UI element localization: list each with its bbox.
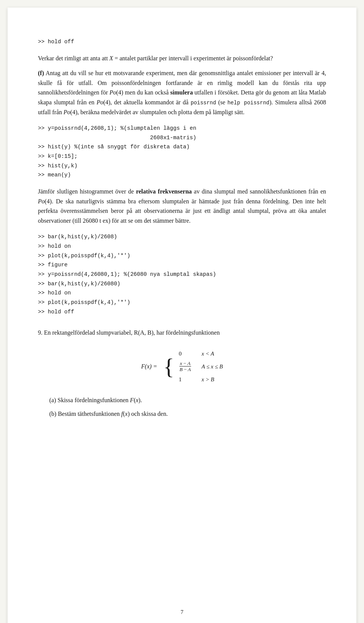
cb2-line-4: >> k=[0:15]; [38,152,326,161]
case-value-2: x − A B − A [179,360,194,373]
f-label: (f) [38,70,44,76]
code-block-2: >> y=poissrnd(4,2608,1); %(slumptalen lä… [38,124,326,180]
sub-item-b: (b) Bestäm täthetsfunktionen f(x) och sk… [49,409,326,419]
cb3-line-6: >> bar(k,hist(y,k)/26080) [38,279,326,289]
paragraph-2: Jämför slutligen histogrammet över de re… [38,187,326,225]
f-text: Antag att du vill se hur ett motsvarande… [38,70,326,115]
fraction-numerator: x − A [179,360,191,367]
cb3-line-7: >> hold on [38,288,326,298]
code-block-3: >> bar(k,hist(y,k)/2608) >> hold on >> p… [38,232,326,316]
section-9-text: 9. En rektangelfördelad slumpvariabel, R… [38,329,220,336]
para2-text: Jämför slutligen histogrammet över de re… [38,188,326,224]
cb2-line-3: >> hist(y) %(inte så snyggt för diskreta… [38,142,326,152]
cb2-line-6: >> mean(y) [38,170,326,180]
brace-symbol: { [163,355,174,378]
para1-text: Verkar det rimligt att anta att X = anta… [38,55,273,61]
paragraph-f: (f) Antag att du vill se hur ett motsvar… [38,68,326,117]
cases-table: 0 x < A x − A B − A A ≤ x ≤ B 1 [179,349,223,384]
case-value-1: 0 [179,349,194,358]
cb3-line-9: >> hold off [38,307,326,317]
sub-a-text: (a) Skissa fördelningsfunktionen F(x). [49,397,142,403]
case-condition-2: A ≤ x ≤ B [201,362,223,371]
cb2-line-2: 2608x1-matris) [38,133,326,143]
formula-label: F(x) = [141,362,157,371]
cb3-line-8: >> plot(k,poisspdf(k,4),'*') [38,298,326,307]
page: >> hold off Verkar det rimligt att anta … [8,8,356,623]
sub-item-a: (a) Skissa fördelningsfunktionen F(x). [49,395,326,405]
case-value-3: 1 [179,375,194,384]
code-block-hold-off: >> hold off [38,37,326,47]
cb3-line-3: >> plot(k,poisspdf(k,4),'*') [38,251,326,261]
code-line-1: >> hold off [38,37,326,47]
fraction-denominator: B − A [179,367,191,373]
case-row-3: 1 x > B [179,375,223,384]
cb3-line-4: >> figure [38,260,326,270]
fraction: x − A B − A [179,360,191,373]
case-condition-3: x > B [201,375,214,384]
cb3-line-2: >> hold on [38,242,326,251]
content: >> hold off Verkar det rimligt att anta … [38,37,326,418]
case-condition-1: x < A [201,349,214,358]
cb3-line-1: >> bar(k,hist(y,k)/2608) [38,232,326,242]
case-row-2: x − A B − A A ≤ x ≤ B [179,360,223,373]
cb2-line-5: >> hist(y,k) [38,161,326,171]
section-9-header: 9. En rektangelfördelad slumpvariabel, R… [38,328,326,338]
case-row-1: 0 x < A [179,349,223,358]
sub-b-text: (b) Bestäm täthetsfunktionen f(x) och sk… [49,411,168,417]
paragraph-1: Verkar det rimligt att anta att X = anta… [38,53,326,63]
math-formula: F(x) = { 0 x < A x − A B − A [38,349,326,384]
cb3-line-5: >> y=poissrnd(4,26080,1); %(26080 nya sl… [38,270,326,279]
brace-container: { 0 x < A x − A B − A A ≤ x ≤ B [163,349,223,384]
cb2-line-1: >> y=poissrnd(4,2608,1); %(slumptalen lä… [38,124,326,133]
page-number: 7 [180,609,184,615]
